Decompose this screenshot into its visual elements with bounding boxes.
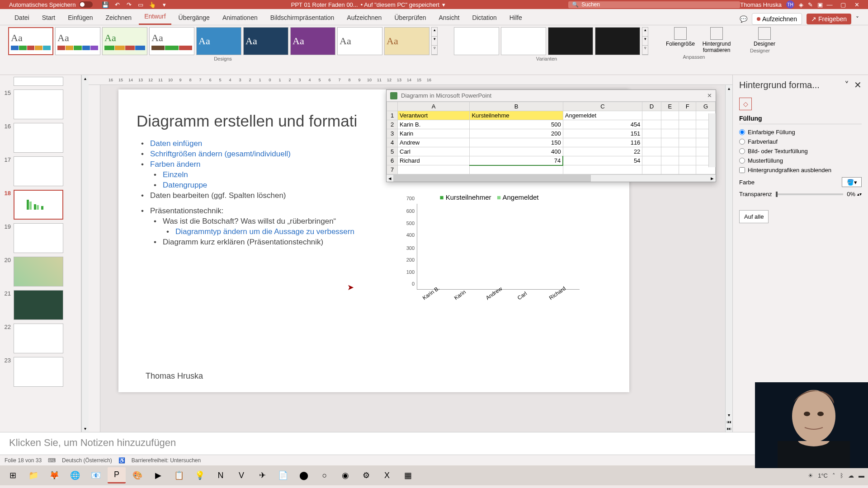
chart[interactable]: Kursteilnehmer Angemeldet 0 100 200 300 … [399,193,580,311]
variant-3[interactable] [548,27,593,55]
app-icon-3[interactable]: 💡 [191,467,209,483]
sheet-close-icon[interactable]: ✕ [707,92,712,99]
checkbox-icon[interactable] [739,167,745,173]
row-header[interactable]: 3 [387,129,398,138]
thumb-15[interactable]: 15 [2,89,79,119]
cell[interactable]: Karin [398,129,470,138]
slideshow-icon[interactable]: ▭ [137,1,144,8]
row-header[interactable]: 6 [387,156,398,165]
app-icon-4[interactable]: V [232,467,250,483]
cell[interactable]: 150 [470,138,563,147]
pane-tab-icon[interactable]: ◇ [739,98,752,110]
design-theme-7[interactable]: Aa [290,27,335,55]
cell[interactable]: Andrew [398,138,470,147]
col-header[interactable]: G [696,102,716,111]
firefox-icon[interactable]: 🦊 [45,467,63,483]
thumb-16[interactable]: 16 [2,123,79,153]
notes-pane[interactable]: Klicken Sie, um Notizen hinzuzufügen [0,432,868,455]
ribbon-collapse-icon[interactable]: ˅ [856,15,859,23]
minimize-button[interactable]: — [823,1,836,8]
design-theme-9[interactable]: Aa [384,27,429,55]
maximize-button[interactable]: ▢ [836,1,850,8]
vspin-down-icon[interactable]: ▾ [642,37,648,46]
thumb-18[interactable]: 18 [2,190,79,220]
thumb-17[interactable]: 17 [2,156,79,186]
thumbs-scrollbar[interactable]: ▴▾ [81,75,89,432]
save-icon[interactable]: 💾 [102,1,109,8]
user-avatar[interactable]: TH [786,0,794,9]
cloud-icon[interactable]: ☁ [848,472,854,479]
system-tray[interactable]: ☀ 1°C ˄ ᛒ ☁ ▬ [808,472,864,479]
sheet-vscroll[interactable] [708,113,716,167]
pane-close-icon[interactable]: ✕ [854,80,862,90]
scroll-up-icon[interactable]: ▴ [84,75,86,82]
tray-expand-icon[interactable]: ˄ [832,472,835,479]
variants-spinner[interactable]: ▴▾▿ [642,27,648,55]
prev-slide-icon[interactable]: ⏮ [727,418,731,425]
app-icon-6[interactable]: ○ [316,467,334,483]
sheet-hscroll[interactable]: ◂▸ [387,174,716,182]
vspin-up-icon[interactable]: ▴ [642,28,648,37]
cell[interactable]: 22 [563,147,642,156]
pane-collapse-icon[interactable]: ˅ [844,80,849,90]
cell[interactable]: Verantwort [398,111,470,120]
radio-icon[interactable] [739,139,745,145]
diamond-icon[interactable]: ◈ [799,1,803,8]
touch-icon[interactable]: 👆 [149,1,156,8]
cell[interactable] [661,111,679,120]
title-dropdown-icon[interactable]: ▾ [442,1,445,8]
cell[interactable]: 54 [563,156,642,165]
col-header[interactable]: E [661,102,679,111]
accessibility-label[interactable]: Barrierefreiheit: Untersuchen [132,457,201,464]
cell[interactable]: 500 [470,120,563,129]
share-button[interactable]: ↗Freigeben [807,14,851,24]
cell[interactable]: Angemeldet [563,111,642,120]
design-theme-5[interactable]: Aa [196,27,241,55]
row-header[interactable]: 4 [387,138,398,147]
variant-4[interactable] [595,27,640,55]
row-header[interactable]: 2 [387,120,398,129]
transparency-value[interactable]: 0% [847,191,855,197]
battery-icon[interactable]: ▬ [859,472,864,479]
scroll-down-icon[interactable]: ▾ [728,412,730,418]
corner-cell[interactable] [387,102,398,111]
tab-entwurf[interactable]: Entwurf [139,9,171,25]
hintergrund-button[interactable]: Hintergrund formatieren [701,27,732,53]
designer-button[interactable]: Designer [749,27,780,47]
bluetooth-icon[interactable]: ᛒ [840,472,844,479]
design-theme-6[interactable]: Aa [243,27,288,55]
col-header[interactable]: A [398,102,470,111]
tab-datei[interactable]: Datei [9,10,35,25]
row-header[interactable]: 7 [387,165,398,174]
fill-gradient-option[interactable]: Farbverlauf [739,138,862,145]
cell[interactable]: 400 [470,147,563,156]
tab-ueberpruefen[interactable]: Überprüfen [389,10,431,25]
pane-section-label[interactable]: Füllung [739,115,862,124]
powerpoint-icon[interactable]: P [108,467,126,483]
foliengroesse-button[interactable]: Foliengröße [665,27,696,53]
color-picker-button[interactable]: 🪣▾ [842,177,862,187]
radio-icon[interactable] [739,129,745,135]
pen-icon[interactable]: ✎ [808,1,813,8]
app-icon-2[interactable]: 📋 [170,467,188,483]
record-button[interactable]: Aufzeichnen [752,13,802,25]
cell[interactable]: Richard [398,156,470,165]
variant-2[interactable] [501,27,546,55]
cell[interactable] [679,111,696,120]
designs-spinner[interactable]: ▴▾▿ [431,27,438,55]
fill-solid-option[interactable]: Einfarbige Füllung [739,129,862,136]
undo-icon[interactable]: ↶ [113,1,121,8]
cell[interactable]: 116 [563,138,642,147]
radio-icon[interactable] [739,158,745,164]
sheet-titlebar[interactable]: Diagramm in Microsoft PowerPoint ✕ [387,90,716,102]
cell[interactable]: Karin B. [398,120,470,129]
thumb-21[interactable]: 21 [2,290,79,320]
thumb-20[interactable]: 20 [2,257,79,286]
comments-icon[interactable]: 💬 [740,15,747,23]
design-theme-3[interactable]: Aa [102,27,147,55]
thumb-22[interactable]: 22 [2,324,79,353]
cell[interactable]: 200 [470,129,563,138]
excel-icon[interactable]: X [378,467,396,483]
row-header[interactable]: 5 [387,147,398,156]
spin-more-icon[interactable]: ▿ [432,46,437,55]
